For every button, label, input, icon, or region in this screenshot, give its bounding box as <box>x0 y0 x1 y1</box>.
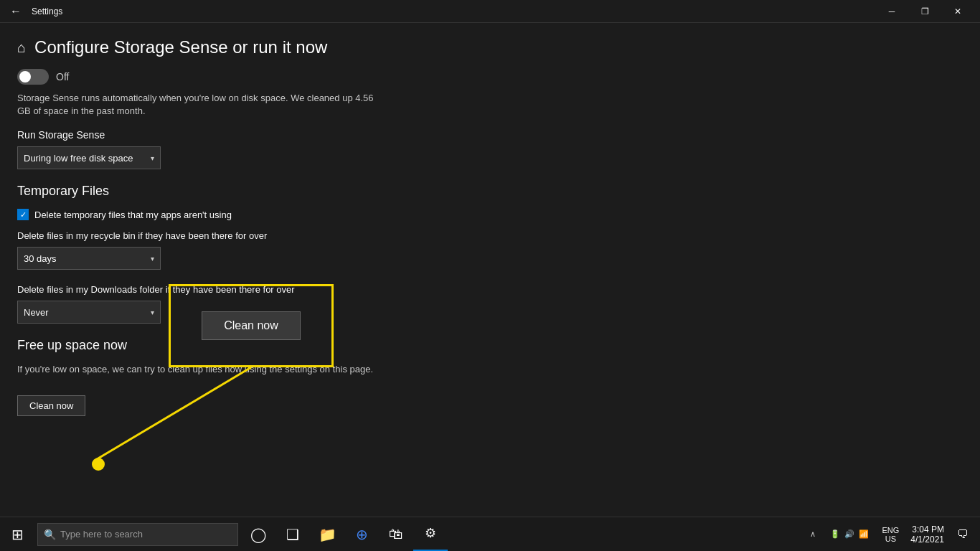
notification-button[interactable]: 🗨 <box>951 517 974 552</box>
delete-temp-checkbox-row: ✓ Delete temporary files that my apps ar… <box>17 209 963 220</box>
delete-temp-label: Delete temporary files that my apps aren… <box>34 209 232 220</box>
close-button[interactable]: ✕ <box>941 0 974 23</box>
tray-expand-icon: ∧ <box>810 529 816 539</box>
toggle-thumb <box>19 71 31 83</box>
delete-recycle-label: Delete files in my recycle bin if they h… <box>17 230 963 241</box>
taskbar-right: ∧ 🔋 🔊 📶 ENG US 3:04 PM 4/1/2021 🗨 <box>804 517 980 552</box>
titlebar-title: Settings <box>32 6 62 17</box>
store-icon: 🛍 <box>389 526 403 542</box>
tray-icons[interactable]: 🔋 🔊 📶 <box>824 529 875 539</box>
page-header: ⌂ Configure Storage Sense or run it now <box>17 37 963 57</box>
recycle-bin-dropdown[interactable]: 30 days ▾ <box>17 247 161 270</box>
start-button[interactable]: ⊞ <box>0 517 34 552</box>
clean-now-highlight-box: Clean now <box>169 284 334 367</box>
maximize-button[interactable]: ❐ <box>908 0 941 23</box>
page-title: Configure Storage Sense or run it now <box>34 37 327 57</box>
back-button[interactable]: ← <box>6 4 26 19</box>
task-view-icon: ❑ <box>286 526 299 543</box>
minimize-button[interactable]: ─ <box>875 0 908 23</box>
downloads-value: Never <box>24 307 49 318</box>
language-indicator[interactable]: ENG US <box>877 517 903 552</box>
delete-downloads-label: Delete files in my Downloads folder if t… <box>17 284 963 295</box>
dropdown-arrow-icon: ▾ <box>151 154 154 162</box>
clock-time: 3:04 PM <box>912 524 944 534</box>
volume-icon: 🔊 <box>844 529 854 539</box>
settings-button[interactable]: ⚙ <box>413 517 448 552</box>
delete-temp-checkbox[interactable]: ✓ <box>17 209 29 220</box>
checkmark-icon: ✓ <box>20 210 27 220</box>
lang-bottom: US <box>885 534 896 543</box>
cortana-button[interactable]: ◯ <box>241 517 275 552</box>
home-icon: ⌂ <box>17 39 26 56</box>
run-storage-sense-dropdown[interactable]: During low free disk space ▾ <box>17 146 161 169</box>
free-up-section: Free up space now If you're low on space… <box>17 338 963 415</box>
lang-top: ENG <box>882 526 899 534</box>
store-button[interactable]: 🛍 <box>379 517 413 552</box>
storage-sense-toggle[interactable] <box>17 69 49 85</box>
file-explorer-button[interactable]: 📁 <box>310 517 344 552</box>
temp-files-section-title: Temporary Files <box>17 184 963 199</box>
taskbar-search-icon: 🔍 <box>44 529 56 540</box>
clock[interactable]: 3:04 PM 4/1/2021 <box>906 517 948 552</box>
free-up-title: Free up space now <box>17 338 963 353</box>
cortana-icon: ◯ <box>250 526 266 543</box>
chrome-icon: ⊕ <box>356 526 368 543</box>
notification-icon: 🗨 <box>957 528 969 541</box>
task-view-button[interactable]: ❑ <box>275 517 310 552</box>
folder-icon: 📁 <box>319 526 336 543</box>
recycle-bin-value: 30 days <box>24 253 57 264</box>
taskbar: ⊞ 🔍 Type here to search ◯ ❑ 📁 ⊕ 🛍 ⚙ ∧ 🔋 … <box>0 517 980 551</box>
storage-sense-description: Storage Sense runs automatically when yo… <box>17 92 376 118</box>
main-content: ⌂ Configure Storage Sense or run it now … <box>0 23 980 517</box>
toggle-label: Off <box>56 71 69 83</box>
recycle-dropdown-arrow-icon: ▾ <box>151 255 154 263</box>
taskbar-search-box[interactable]: 🔍 Type here to search <box>37 523 238 546</box>
start-icon: ⊞ <box>11 526 24 543</box>
clock-date: 4/1/2021 <box>910 534 944 545</box>
clean-now-large-button[interactable]: Clean now <box>202 311 301 340</box>
taskbar-search-placeholder: Type here to search <box>60 529 143 540</box>
tray-expand-button[interactable]: ∧ <box>804 529 821 539</box>
network-icon: 🔋 <box>830 529 840 539</box>
chrome-button[interactable]: ⊕ <box>344 517 379 552</box>
downloads-dropdown-arrow-icon: ▾ <box>151 309 154 316</box>
storage-sense-toggle-row: Off <box>17 69 963 85</box>
titlebar: ← Settings ─ ❐ ✕ <box>0 0 980 23</box>
run-storage-sense-value: During low free disk space <box>24 153 133 164</box>
clean-now-small-button[interactable]: Clean now <box>17 395 85 416</box>
dot-marker <box>92 458 105 471</box>
downloads-dropdown[interactable]: Never ▾ <box>17 301 161 324</box>
settings-taskbar-icon: ⚙ <box>425 525 436 541</box>
run-storage-sense-label: Run Storage Sense <box>17 129 963 141</box>
network-icon2: 📶 <box>859 529 869 539</box>
window-controls: ─ ❐ ✕ <box>875 0 974 23</box>
